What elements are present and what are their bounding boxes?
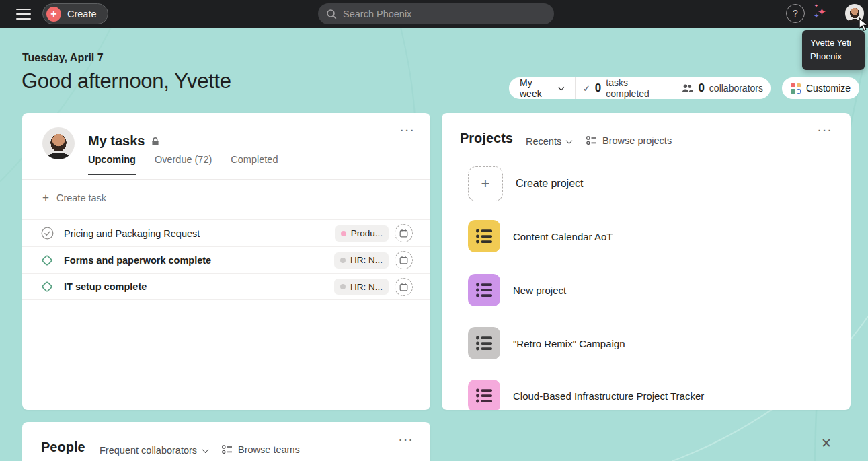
task-row[interactable]: Pricing and Packaging Request Produ...	[22, 219, 430, 246]
tooltip-user-name: Yvette Yeti	[810, 36, 858, 50]
sidebar-toggle-hamburger-icon[interactable]	[16, 9, 31, 20]
create-project-button[interactable]: + Create project	[468, 166, 584, 201]
search-input[interactable]	[343, 9, 546, 20]
tasks-completed-stat[interactable]: ✓ 0 tasks completed	[576, 77, 675, 99]
calendar-icon	[399, 256, 408, 264]
project-name: Content Calendar AoT	[513, 231, 613, 242]
chevron-down-icon	[202, 446, 209, 453]
approval-diamond-icon[interactable]	[40, 280, 54, 293]
approval-diamond-icon[interactable]	[40, 254, 54, 267]
chevron-down-icon	[566, 137, 573, 144]
task-title: Pricing and Packaging Request	[64, 228, 335, 239]
task-project-name: HR: N...	[350, 282, 383, 292]
calendar-icon	[399, 229, 408, 238]
people-title: People	[41, 439, 85, 455]
collaborators-label: collaborators	[709, 83, 763, 94]
browse-teams-label: Browse teams	[238, 444, 300, 455]
plus-icon: +	[468, 166, 503, 201]
tab-upcoming[interactable]: Upcoming	[88, 154, 136, 175]
task-project-tag[interactable]: Produ...	[335, 225, 389, 242]
due-date-calendar-button[interactable]	[395, 251, 413, 269]
project-name: "Retro Remix" Campaign	[513, 338, 625, 349]
task-title: IT setup complete	[64, 281, 334, 292]
tab-completed[interactable]: Completed	[231, 154, 278, 175]
project-list-icon	[468, 327, 500, 359]
search-bar[interactable]	[318, 3, 554, 24]
user-avatar[interactable]	[845, 4, 864, 23]
chevron-down-icon	[559, 84, 565, 91]
projects-overflow-menu[interactable]: ···	[818, 125, 834, 136]
browse-teams-button[interactable]: Browse teams	[222, 444, 300, 455]
topbar: + Create ? ✦ ✦ ✦	[0, 0, 868, 28]
calendar-icon	[399, 283, 408, 291]
greeting-title: Good afternoon, Yvette	[22, 69, 231, 94]
projects-title: Projects	[460, 131, 513, 146]
project-list-item[interactable]: Cloud-Based Infrastructure Project Track…	[468, 380, 704, 410]
my-tasks-title: My tasks	[88, 133, 145, 149]
due-date-calendar-button[interactable]	[395, 224, 413, 242]
task-project-name: HR: N...	[350, 255, 383, 265]
list-icon	[222, 445, 233, 454]
ai-sparkle-button[interactable]: ✦ ✦ ✦	[812, 4, 831, 23]
list-icon	[586, 136, 597, 145]
project-list-icon	[468, 274, 500, 306]
task-project-name: Produ...	[351, 228, 383, 238]
people-overflow-menu[interactable]: ···	[399, 434, 415, 446]
my-week-dropdown[interactable]: My week	[509, 77, 575, 99]
project-list-item[interactable]: Content Calendar AoT	[468, 220, 613, 252]
task-title: Forms and paperwork complete	[64, 255, 334, 266]
project-list-item[interactable]: "Retro Remix" Campaign	[468, 327, 625, 359]
browse-projects-label: Browse projects	[602, 135, 672, 146]
tasks-completed-count: 0	[595, 81, 601, 95]
check-icon: ✓	[583, 83, 590, 94]
date-label: Tuesday, April 7	[22, 52, 104, 64]
task-project-tag[interactable]: HR: N...	[334, 252, 389, 269]
plus-icon: +	[42, 191, 49, 205]
project-list-icon	[468, 220, 500, 252]
tasks-completed-label: tasks completed	[606, 77, 667, 99]
create-button-label: Create	[67, 9, 97, 20]
my-tasks-tabs: Upcoming Overdue (72) Completed	[88, 154, 278, 175]
profile-tooltip: Yvette Yeti Phoenix	[802, 30, 865, 70]
create-project-label: Create project	[516, 178, 584, 190]
create-button[interactable]: + Create	[42, 3, 108, 24]
close-icon[interactable]: ✕	[821, 435, 832, 451]
sparkle-icon: ✦	[814, 12, 819, 20]
tab-overdue[interactable]: Overdue (72)	[155, 154, 212, 175]
task-check-circle-icon[interactable]	[40, 227, 54, 240]
people-filter-label: Frequent collaborators	[100, 445, 197, 456]
collaborators-count: 0	[698, 81, 704, 95]
home-stats-pill: My week ✓ 0 tasks completed 0 collaborat…	[509, 77, 771, 99]
customize-button[interactable]: Customize	[782, 77, 859, 99]
due-date-calendar-button[interactable]	[395, 278, 413, 296]
create-task-label: Create task	[56, 192, 106, 203]
browse-projects-button[interactable]: Browse projects	[586, 135, 672, 146]
task-row[interactable]: IT setup complete HR: N...	[22, 273, 430, 300]
project-list-item[interactable]: New project	[468, 274, 566, 306]
plus-icon: +	[46, 7, 61, 22]
project-name: New project	[513, 285, 566, 296]
tooltip-org-name: Phoenix	[810, 50, 858, 63]
question-icon: ?	[793, 8, 798, 19]
my-tasks-widget: My tasks ··· Upcoming Overdue (72) Compl…	[22, 113, 430, 410]
project-name: Cloud-Based Infrastructure Project Track…	[513, 390, 704, 402]
my-tasks-avatar[interactable]	[42, 127, 75, 159]
people-widget: People Frequent collaborators Browse tea…	[22, 422, 430, 461]
divider	[22, 179, 430, 180]
my-tasks-overflow-menu[interactable]: ···	[401, 125, 416, 136]
task-row[interactable]: Forms and paperwork complete HR: N...	[22, 246, 430, 273]
sparkle-icon: ✦	[814, 3, 818, 9]
people-filter-dropdown[interactable]: Frequent collaborators	[100, 445, 208, 456]
create-task-button[interactable]: + Create task	[42, 191, 106, 205]
project-list-icon	[468, 380, 500, 410]
collaborators-stat[interactable]: 0 collaborators	[674, 81, 771, 95]
task-list: Pricing and Packaging Request Produ... F…	[22, 219, 430, 300]
search-icon	[326, 9, 337, 20]
projects-widget: Projects Recents Browse projects ··· + C…	[442, 113, 851, 410]
lock-icon	[151, 137, 159, 146]
help-button[interactable]: ?	[786, 4, 805, 23]
project-color-dot	[340, 284, 346, 289]
projects-filter-dropdown[interactable]: Recents	[526, 136, 571, 147]
project-color-dot	[340, 258, 346, 263]
task-project-tag[interactable]: HR: N...	[334, 279, 389, 295]
